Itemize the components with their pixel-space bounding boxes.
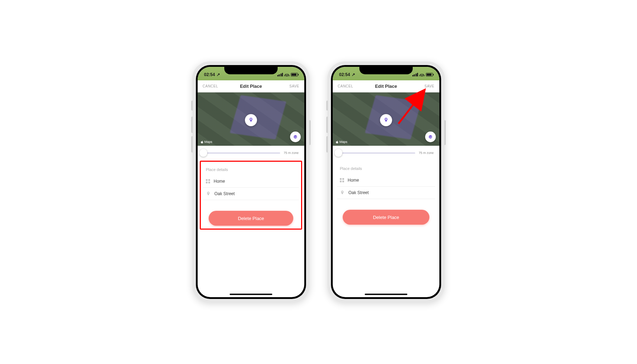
geofence-overlay xyxy=(365,95,421,140)
phone-mockup-right: 02:54 ↗ CANCEL Edit Place SAVE xyxy=(327,61,445,303)
home-indicator[interactable] xyxy=(365,294,407,295)
app-screen: 02:54 ↗ CANCEL Edit Place SAVE xyxy=(333,67,439,297)
place-address-field[interactable]: Oak Street xyxy=(337,187,435,199)
map-pin[interactable] xyxy=(380,114,392,126)
cellular-signal-icon xyxy=(412,73,418,76)
map-layers-button[interactable] xyxy=(290,132,301,142)
geofence-overlay xyxy=(230,95,286,140)
wifi-icon xyxy=(419,73,424,76)
zone-radius-slider-row: 75 m zone xyxy=(198,146,304,160)
delete-place-button[interactable]: Delete Place xyxy=(209,211,293,226)
cellular-signal-icon xyxy=(277,73,283,76)
place-name-field[interactable]: Home xyxy=(203,175,299,188)
map-view[interactable]: Maps xyxy=(198,92,304,146)
place-name-value: Home xyxy=(348,178,359,183)
location-pin-icon xyxy=(340,190,345,195)
save-button[interactable]: SAVE xyxy=(397,84,434,88)
place-address-field[interactable]: Oak Street xyxy=(203,188,299,200)
location-pin-icon xyxy=(206,191,211,196)
phone-mockup-left: 02:54 ↗ CANCEL Edit Place SAVE xyxy=(192,61,310,303)
zone-radius-slider[interactable] xyxy=(203,152,280,154)
section-heading: Place details xyxy=(337,161,435,174)
category-icon xyxy=(206,179,210,183)
category-icon xyxy=(340,178,344,182)
status-time: 02:54 xyxy=(204,72,215,77)
nav-bar: CANCEL Edit Place SAVE xyxy=(333,80,439,92)
slider-thumb[interactable] xyxy=(199,149,207,157)
map-attribution: Maps xyxy=(336,140,347,144)
zone-radius-label: 75 m zone xyxy=(284,151,299,155)
location-services-icon: ↗ xyxy=(352,72,355,77)
location-services-icon: ↗ xyxy=(216,72,220,77)
apple-logo-icon xyxy=(336,140,339,144)
nav-bar: CANCEL Edit Place SAVE xyxy=(198,80,304,92)
device-notch xyxy=(224,65,278,74)
section-heading: Place details xyxy=(203,162,299,175)
map-pin[interactable] xyxy=(245,114,257,126)
map-attribution: Maps xyxy=(200,140,212,144)
app-screen: 02:54 ↗ CANCEL Edit Place SAVE xyxy=(198,67,304,297)
page-title: Edit Place xyxy=(375,84,397,89)
place-address-value: Oak Street xyxy=(214,191,235,196)
place-name-field[interactable]: Home xyxy=(337,174,435,187)
cancel-button[interactable]: CANCEL xyxy=(338,84,375,88)
home-indicator[interactable] xyxy=(230,294,272,295)
zone-radius-label: 75 m zone xyxy=(419,151,434,155)
zone-radius-slider-row: 75 m zone xyxy=(333,146,439,160)
place-name-value: Home xyxy=(214,179,225,184)
place-details-section: Place details Home Oak Street Delete Pla… xyxy=(200,161,302,230)
place-details-section: Place details Home Oak Street Delete Pla… xyxy=(333,160,439,229)
cancel-button[interactable]: CANCEL xyxy=(203,84,240,88)
pin-icon xyxy=(248,117,254,123)
layers-icon xyxy=(293,134,298,139)
wifi-icon xyxy=(284,73,289,76)
pin-icon xyxy=(383,117,389,123)
layers-icon xyxy=(428,134,433,139)
status-time: 02:54 xyxy=(339,72,350,77)
device-notch xyxy=(359,65,413,74)
map-view[interactable]: Maps xyxy=(333,92,439,146)
delete-place-button[interactable]: Delete Place xyxy=(343,210,429,225)
page-title: Edit Place xyxy=(240,84,262,89)
save-button[interactable]: SAVE xyxy=(262,84,299,88)
apple-logo-icon xyxy=(200,140,204,144)
screenshot-pair: 02:54 ↗ CANCEL Edit Place SAVE xyxy=(192,61,445,303)
place-address-value: Oak Street xyxy=(348,190,369,195)
battery-icon xyxy=(291,73,298,76)
map-layers-button[interactable] xyxy=(425,132,436,142)
zone-radius-slider[interactable] xyxy=(338,152,415,154)
battery-icon xyxy=(426,73,433,76)
slider-thumb[interactable] xyxy=(334,149,342,157)
